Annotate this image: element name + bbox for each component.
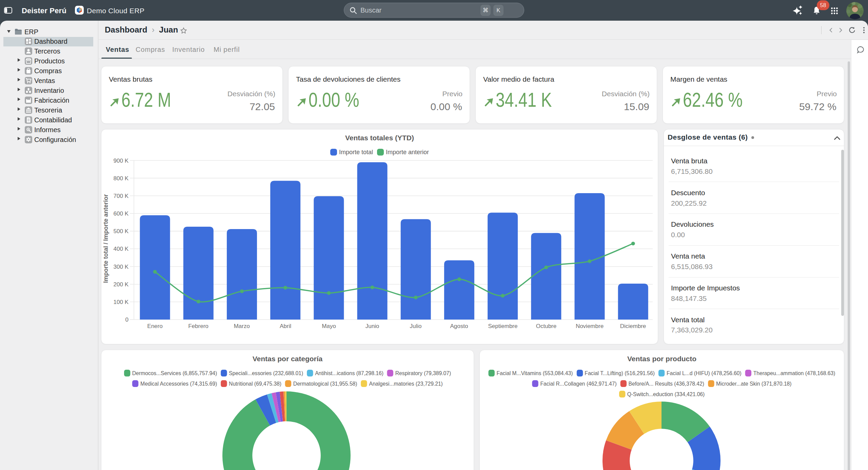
- svg-text:400 K: 400 K: [114, 246, 129, 252]
- svg-text:300 K: 300 K: [114, 264, 129, 270]
- svg-text:500 K: 500 K: [114, 228, 129, 234]
- svg-text:Noviembre: Noviembre: [576, 323, 604, 329]
- svg-text:Julio: Julio: [410, 323, 422, 329]
- svg-text:700 K: 700 K: [114, 193, 129, 199]
- svg-text:Octubre: Octubre: [536, 323, 556, 329]
- svg-text:Enero: Enero: [147, 323, 162, 329]
- svg-text:Junio: Junio: [366, 323, 379, 329]
- svg-text:Febrero: Febrero: [188, 323, 209, 329]
- svg-text:Agosto: Agosto: [450, 323, 468, 329]
- svg-text:900 K: 900 K: [114, 158, 129, 164]
- svg-text:Mayo: Mayo: [322, 323, 336, 329]
- svg-text:Septiembre: Septiembre: [488, 323, 518, 329]
- svg-text:200 K: 200 K: [114, 281, 129, 288]
- svg-text:Abril: Abril: [280, 323, 291, 329]
- svg-text:0: 0: [125, 316, 129, 323]
- svg-text:Importe total / Importe anteri: Importe total / Importe anterior: [102, 194, 109, 283]
- svg-text:Marzo: Marzo: [234, 323, 250, 329]
- svg-text:800 K: 800 K: [114, 175, 129, 182]
- svg-text:600 K: 600 K: [114, 210, 129, 217]
- svg-text:Diciembre: Diciembre: [620, 323, 646, 329]
- svg-text:100 K: 100 K: [114, 299, 129, 305]
